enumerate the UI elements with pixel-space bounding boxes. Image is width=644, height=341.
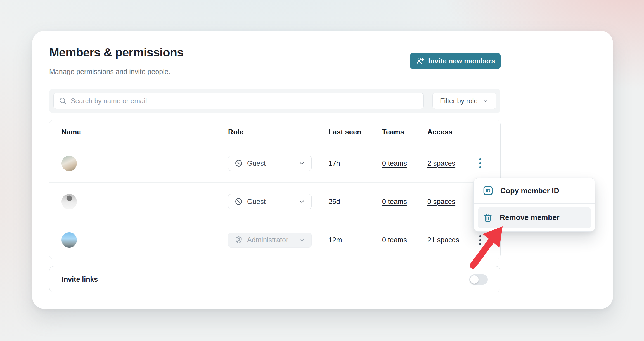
filter-by-role-button[interactable]: Filter by role xyxy=(432,93,496,109)
kebab-icon[interactable] xyxy=(475,232,486,248)
kebab-icon[interactable] xyxy=(475,155,486,172)
shield-user-icon xyxy=(235,236,243,244)
access-cell: 0 spaces xyxy=(427,183,455,221)
filter-button-label: Filter by role xyxy=(440,97,478,105)
menu-item-remove-member[interactable]: Remove member xyxy=(478,207,591,228)
invite-links-section: Invite links xyxy=(49,266,500,292)
last-seen-cell: 12m xyxy=(328,221,342,259)
search-box[interactable] xyxy=(53,93,424,109)
member-context-menu: ID Copy member ID Remove member xyxy=(473,178,595,232)
last-seen-value: 25d xyxy=(328,198,340,206)
last-seen-value: 12m xyxy=(328,236,342,244)
menu-item-label: Remove member xyxy=(500,213,560,222)
member-avatar xyxy=(61,194,77,209)
user-plus-icon xyxy=(416,56,425,65)
teams-cell: 0 teams xyxy=(382,183,407,221)
member-row: Administrator 12m 0 teams 21 spaces xyxy=(49,221,500,259)
invite-new-members-button[interactable]: Invite new members xyxy=(410,53,501,69)
search-filter-toolbar: Filter by role xyxy=(49,89,500,113)
last-seen-cell: 17h xyxy=(328,144,340,182)
column-header-teams: Teams xyxy=(382,120,404,144)
member-name-cell xyxy=(61,144,77,182)
menu-item-copy-member-id[interactable]: ID Copy member ID xyxy=(474,178,595,203)
member-name-cell xyxy=(61,183,77,221)
member-avatar xyxy=(61,156,77,171)
member-role-cell: Administrator xyxy=(228,221,312,259)
member-name-cell xyxy=(61,221,77,259)
column-header-role: Role xyxy=(228,120,243,144)
chevron-down-icon xyxy=(299,160,305,167)
spaces-link[interactable]: 2 spaces xyxy=(427,159,455,167)
page-title: Members & permissions xyxy=(49,46,183,59)
search-input[interactable] xyxy=(71,97,418,105)
member-avatar xyxy=(61,232,77,248)
ban-icon xyxy=(235,197,243,206)
spaces-link[interactable]: 21 spaces xyxy=(427,236,459,244)
member-row: Guest 25d 0 teams 0 spaces xyxy=(49,183,500,221)
column-header-access: Access xyxy=(427,120,452,144)
column-header-name: Name xyxy=(61,120,81,144)
row-menu-cell xyxy=(475,144,486,182)
members-table: Name Role Last seen Teams Access Guest xyxy=(49,120,501,259)
member-role-cell: Guest xyxy=(228,183,312,221)
page-subtitle: Manage permissions and invite people. xyxy=(49,68,171,76)
access-cell: 2 spaces xyxy=(427,144,455,182)
teams-cell: 0 teams xyxy=(382,144,407,182)
ban-icon xyxy=(235,159,243,167)
trash-icon xyxy=(483,213,493,222)
role-dropdown[interactable]: Guest xyxy=(228,156,312,171)
role-value: Administrator xyxy=(247,236,288,244)
toggle-knob xyxy=(470,275,479,284)
chevron-down-icon xyxy=(299,237,305,243)
teams-link[interactable]: 0 teams xyxy=(382,198,407,206)
spaces-link[interactable]: 0 spaces xyxy=(427,198,455,206)
last-seen-cell: 25d xyxy=(328,183,340,221)
role-value: Guest xyxy=(247,198,266,206)
id-badge-icon: ID xyxy=(483,186,493,196)
member-role-cell: Guest xyxy=(228,144,312,182)
search-icon xyxy=(59,97,67,105)
last-seen-value: 17h xyxy=(328,159,340,167)
teams-link[interactable]: 0 teams xyxy=(382,236,407,244)
table-header-row: Name Role Last seen Teams Access xyxy=(49,120,500,144)
svg-text:ID: ID xyxy=(486,188,491,193)
column-header-last-seen: Last seen xyxy=(328,120,361,144)
teams-link[interactable]: 0 teams xyxy=(382,159,407,167)
role-dropdown[interactable]: Administrator xyxy=(228,233,312,248)
teams-cell: 0 teams xyxy=(382,221,407,259)
invite-links-toggle[interactable] xyxy=(469,274,488,285)
menu-item-label: Copy member ID xyxy=(500,186,559,195)
chevron-down-icon xyxy=(482,98,489,104)
invite-links-label: Invite links xyxy=(62,266,98,292)
role-dropdown[interactable]: Guest xyxy=(228,194,312,209)
members-permissions-card: Members & permissions Manage permissions… xyxy=(32,31,613,309)
role-value: Guest xyxy=(247,159,266,167)
invite-button-label: Invite new members xyxy=(428,57,495,65)
member-row: Guest 17h 0 teams 2 spaces xyxy=(49,144,500,183)
chevron-down-icon xyxy=(299,198,305,205)
access-cell: 21 spaces xyxy=(427,221,459,259)
